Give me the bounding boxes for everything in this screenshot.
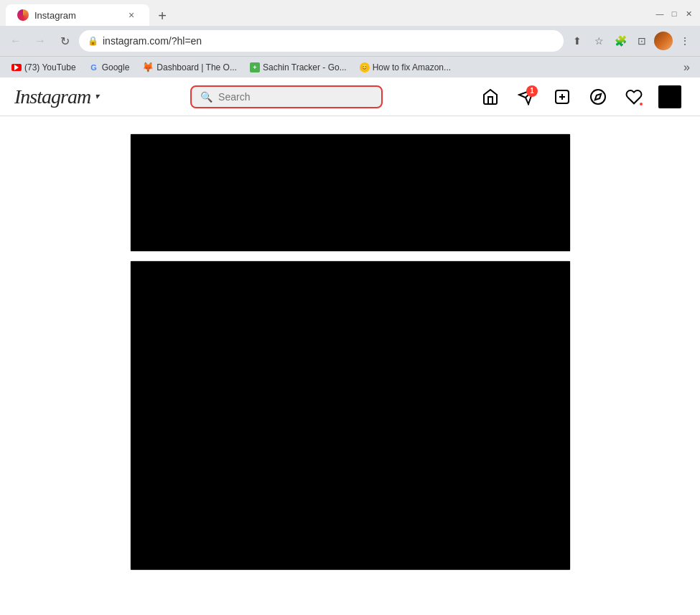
bookmark-sachin-label: Sachin Tracker - Go... [263,62,347,72]
profile-button[interactable] [654,81,686,113]
youtube-play-icon [14,65,19,70]
activity-dot [638,101,644,107]
tab-close-button[interactable]: × [125,9,138,22]
instagram-logo-text: Instagram [14,85,90,108]
active-tab[interactable]: Instagram × [6,4,149,26]
google-icon: G [89,62,99,72]
instagram-feed [130,133,571,579]
instagram-post [130,260,571,571]
address-actions: ⬆ ☆ 🧩 ⊡ ⋮ [568,32,694,50]
tab-bar: Instagram × + [6,4,654,26]
instagram-post [130,133,571,252]
url-text: instagram.com/?hl=en [103,35,555,47]
svg-marker-6 [595,93,601,99]
bookmark-youtube-label: (73) YouTube [24,62,76,72]
bookmark-star-button[interactable]: ☆ [589,32,608,50]
explore-icon [589,88,607,105]
bookmark-dashboard-label: Dashboard | The O... [157,62,237,72]
avatar-image [658,85,681,108]
svg-point-5 [591,90,605,104]
more-bookmarks-button[interactable]: » [679,59,694,76]
instagram-header: Instagram ▾ 🔍 [0,78,700,116]
bookmarks-bar: (73) YouTube G Google 🦊 Dashboard | The … [0,56,700,78]
browser-profile-button[interactable] [654,32,673,50]
bookmark-google-label: Google [102,62,130,72]
search-box[interactable]: 🔍 [190,85,383,108]
address-bar-row: ← → ↻ 🔒 instagram.com/?hl=en ⬆ ☆ 🧩 ⊡ ⋮ [0,26,700,56]
back-button[interactable]: ← [6,31,26,51]
window-controls: — □ ✕ [654,8,694,22]
instagram-logo[interactable]: Instagram ▾ [14,85,98,108]
messages-button[interactable]: 1 [510,81,542,113]
add-icon [554,88,571,105]
post-image [131,134,570,251]
post-image [131,261,570,570]
tab-title: Instagram [34,10,119,21]
bookmark-amazon-label: How to fix Amazon... [373,62,451,72]
address-bar[interactable]: 🔒 instagram.com/?hl=en [79,30,564,52]
share-button[interactable]: ⬆ [568,32,587,50]
youtube-icon [11,64,22,71]
instagram-nav-icons: 1 [475,81,686,113]
browser-menu-button[interactable]: ⋮ [676,32,694,50]
bookmark-google[interactable]: G Google [83,60,136,75]
search-input[interactable] [218,91,373,103]
bookmark-dashboard[interactable]: 🦊 Dashboard | The O... [136,60,243,75]
home-icon [482,88,499,105]
tab-favicon [17,9,29,21]
lock-icon: 🔒 [88,36,98,46]
reload-button[interactable]: ↻ [55,31,75,51]
browser-window: Instagram × + — □ ✕ ← → ↻ 🔒 instagram.co… [0,0,700,615]
search-icon: 🔍 [200,91,213,103]
forward-button[interactable]: → [30,31,50,51]
bookmark-sachin[interactable]: + Sachin Tracker - Go... [244,60,353,75]
close-window-button[interactable]: ✕ [683,8,694,19]
maximize-button[interactable]: □ [668,8,680,19]
explore-button[interactable] [582,81,614,113]
minimize-button[interactable]: — [654,8,666,19]
split-view-button[interactable]: ⊡ [633,32,651,50]
dashboard-icon: 🦊 [142,62,154,72]
notification-badge: 1 [526,85,538,97]
instagram-main [0,116,700,596]
bookmark-youtube[interactable]: (73) YouTube [6,60,82,75]
amazon-icon: 😊 [360,62,370,72]
extensions-button[interactable]: 🧩 [611,32,630,50]
new-post-button[interactable] [546,81,578,113]
title-bar: Instagram × + — □ ✕ [0,0,700,26]
search-wrapper: 🔍 [98,85,475,108]
activity-button[interactable] [618,81,650,113]
sachin-icon: + [250,62,260,72]
new-tab-button[interactable]: + [152,6,172,26]
page-content: Instagram ▾ 🔍 [0,78,700,615]
bookmark-amazon[interactable]: 😊 How to fix Amazon... [354,60,457,75]
home-button[interactable] [475,81,506,113]
